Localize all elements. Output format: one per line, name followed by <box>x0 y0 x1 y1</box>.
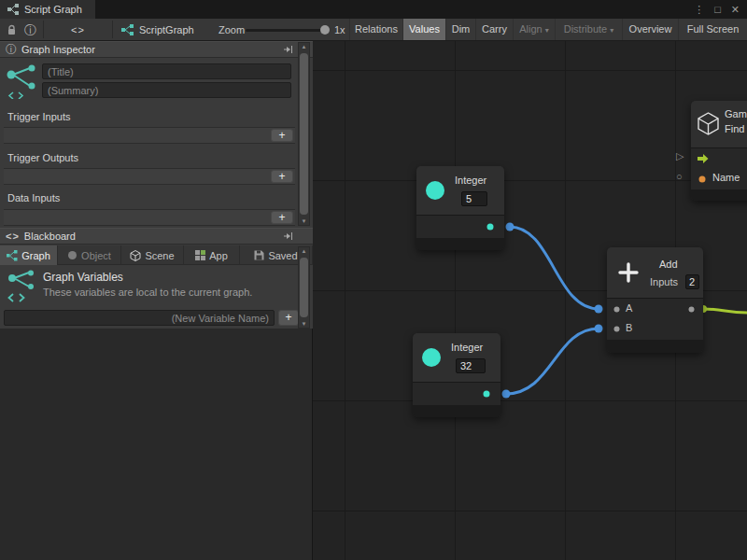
new-variable-input[interactable] <box>4 310 275 326</box>
maximize-panel-icon[interactable] <box>283 231 293 241</box>
graph-variables-icon <box>6 270 37 303</box>
values-button[interactable]: Values <box>402 19 445 40</box>
trigger-outputs-list: + <box>4 168 295 185</box>
window-menu-icon[interactable]: ⋮ <box>694 4 704 16</box>
inspector-scrollbar[interactable]: ▲ ▼ <box>298 42 310 226</box>
inputs-count: 2 <box>689 276 695 287</box>
blackboard-scrollbar[interactable]: ▲ ▼ <box>298 246 310 329</box>
wire-integer32-to-b[interactable] <box>506 329 599 394</box>
node-gameobject-find[interactable]: Game Object Find Name <box>691 101 747 201</box>
maximize-panel-icon[interactable] <box>283 45 293 54</box>
add-trigger-output-button[interactable]: + <box>271 170 293 183</box>
zoom-slider-handle[interactable] <box>320 25 330 35</box>
title-field[interactable] <box>42 63 291 79</box>
data-inputs-list: + <box>4 209 295 226</box>
gameobject-cube-icon <box>696 111 721 136</box>
scroll-down-icon[interactable]: ▼ <box>299 321 309 327</box>
add-variable-button[interactable]: + <box>278 310 299 326</box>
value-input-port[interactable]: ○ <box>676 171 683 182</box>
graph-asset-type-button[interactable]: <> <box>44 19 112 40</box>
node-title-line2: Find <box>725 123 744 134</box>
node-footer <box>691 189 747 201</box>
left-panel: ⓘ Graph Inspector Trigger Inputs + Trigg… <box>0 41 313 560</box>
blackboard-tab-bar: Graph Object Scene App <box>0 245 313 265</box>
graph-inspector-title: Graph Inspector <box>21 44 95 55</box>
add-data-input-button[interactable]: + <box>271 211 293 224</box>
inputs-count-field[interactable]: 2 <box>685 274 699 289</box>
integer-value: 5 <box>466 193 472 204</box>
scroll-up-icon[interactable]: ▲ <box>299 44 309 49</box>
add-trigger-input-button[interactable]: + <box>271 129 293 142</box>
scroll-down-icon[interactable]: ▼ <box>299 218 309 224</box>
zoom-label: Zoom <box>218 24 245 35</box>
window-maximize-icon[interactable]: □ <box>714 4 721 15</box>
node-header: Integer 5 <box>416 166 504 215</box>
wire-endpoint[interactable] <box>506 223 514 231</box>
graph-inspector-header: ⓘ Graph Inspector <box>0 41 313 58</box>
graph-breadcrumb-label[interactable]: ScriptGraph <box>139 24 194 35</box>
graph-canvas[interactable]: Integer 5 Integer 32 <box>313 41 747 560</box>
scrollbar-thumb[interactable] <box>300 53 308 215</box>
summary-field[interactable] <box>42 82 291 98</box>
output-port[interactable] <box>486 223 494 231</box>
tab-app[interactable]: App <box>184 245 240 265</box>
graph-icon <box>5 63 38 99</box>
integer-value-field[interactable]: 32 <box>456 358 486 373</box>
chevron-down-icon: ▾ <box>610 26 613 35</box>
output-port[interactable] <box>483 390 490 398</box>
integer-literal-icon <box>421 347 442 368</box>
wire-integer5-to-a[interactable] <box>510 227 599 309</box>
window-titlebar: Script Graph ⋮ □ ✕ <box>0 0 747 19</box>
wire-endpoint[interactable] <box>595 325 603 333</box>
input-port-b[interactable] <box>613 326 620 332</box>
object-tab-icon <box>67 250 78 260</box>
angle-brackets-icon: <> <box>71 24 85 35</box>
align-button[interactable]: Align ▾ <box>513 19 555 40</box>
output-port-sum[interactable] <box>688 306 695 313</box>
app-tab-icon <box>195 250 205 260</box>
blackboard-header: <> Blackboard <box>0 228 313 245</box>
wire-endpoint[interactable] <box>595 305 603 314</box>
node-header: Add Inputs 2 <box>607 247 703 298</box>
zoom-slider[interactable] <box>246 29 330 32</box>
script-graph-crumb-icon <box>121 23 134 36</box>
full-screen-button[interactable]: Full Screen <box>678 19 747 40</box>
flow-input-port[interactable]: ▷ <box>676 150 684 162</box>
node-body <box>416 216 504 238</box>
tab-title: Script Graph <box>24 4 82 15</box>
node-integer-a[interactable]: Integer 5 <box>416 166 504 250</box>
integer-value: 32 <box>460 360 472 371</box>
input-port-a[interactable] <box>613 306 620 313</box>
dim-button[interactable]: Dim <box>445 19 475 40</box>
node-body: Name <box>691 148 747 189</box>
scroll-up-icon[interactable]: ▲ <box>299 248 309 254</box>
distribute-button[interactable]: Distribute ▾ <box>555 19 622 40</box>
align-button-label: Align <box>519 23 542 35</box>
input-port-name[interactable] <box>698 175 706 183</box>
trigger-inputs-list: + <box>4 127 295 144</box>
tab-object[interactable]: Object <box>58 245 121 265</box>
graph-tab-icon <box>7 250 18 261</box>
integer-literal-icon <box>425 180 445 201</box>
node-header: Integer 32 <box>413 333 500 382</box>
tab-graph[interactable]: Graph <box>0 245 58 265</box>
node-integer-b[interactable]: Integer 32 <box>413 333 500 417</box>
wire-endpoint[interactable] <box>502 390 511 399</box>
scrollbar-thumb[interactable] <box>300 258 308 317</box>
wire-add-output[interactable] <box>703 309 747 313</box>
graph-variables-subtitle: These variables are local to the current… <box>43 287 252 298</box>
node-body <box>413 383 500 405</box>
tab-script-graph[interactable]: Script Graph <box>0 0 95 19</box>
info-icon[interactable]: ⓘ <box>24 22 36 39</box>
flow-arrow-icon[interactable] <box>697 153 709 164</box>
tab-scene[interactable]: Scene <box>121 245 184 265</box>
relations-button[interactable]: Relations <box>349 19 402 40</box>
lock-icon[interactable] <box>7 24 17 35</box>
node-add[interactable]: Add Inputs 2 A B <box>607 247 703 353</box>
overview-button[interactable]: Overview <box>622 19 678 40</box>
integer-value-field[interactable]: 5 <box>461 191 487 206</box>
trigger-inputs-label: Trigger Inputs <box>7 111 70 122</box>
carry-button[interactable]: Carry <box>475 19 513 40</box>
toolbar-separator <box>112 21 113 38</box>
window-close-icon[interactable]: ✕ <box>731 4 740 16</box>
